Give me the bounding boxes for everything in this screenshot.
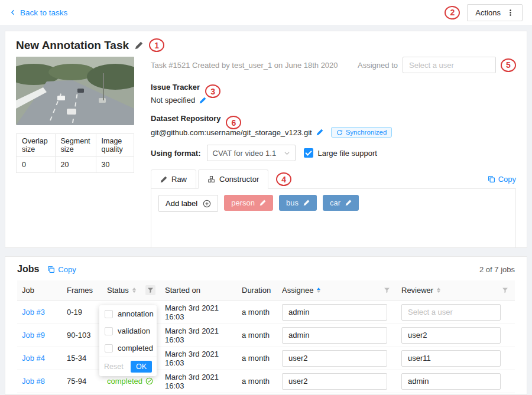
- assignee-input[interactable]: [282, 350, 387, 367]
- large-file-support-checkbox[interactable]: [304, 148, 313, 158]
- col-started-on: Started on: [160, 280, 237, 301]
- format-row: Using format: CVAT for video 1.1 Large f…: [151, 145, 516, 161]
- task-title-row: New Annotation Task 1: [16, 38, 516, 52]
- edit-repository-icon[interactable]: [316, 129, 323, 136]
- add-label-text: Add label: [166, 199, 197, 208]
- assignee-input[interactable]: [282, 373, 387, 390]
- job-link[interactable]: Job #3: [22, 308, 45, 316]
- edit-label-icon[interactable]: [259, 200, 266, 206]
- label-tag-person-name: person: [231, 198, 255, 207]
- reviewer-sorter[interactable]: [437, 288, 440, 293]
- col-duration: Duration: [237, 280, 277, 301]
- filter-option-completed-label: completed: [118, 344, 153, 352]
- jobs-count: 2 of 7 jobs: [479, 265, 515, 274]
- tab-constructor[interactable]: Constructor: [198, 169, 268, 189]
- col-reviewer: Reviewer: [397, 280, 515, 301]
- issue-tracker-section: Issue Tracker 3 Not specified: [151, 80, 516, 105]
- reviewer-filter-icon[interactable]: [500, 285, 510, 295]
- status-badge: completed: [107, 377, 153, 386]
- status-filter-icon[interactable]: [145, 285, 155, 295]
- annotation-circle-3: 3: [205, 84, 220, 98]
- filter-reset-button[interactable]: Reset: [104, 363, 124, 371]
- jobs-copy-label: Copy: [58, 265, 76, 274]
- task-parameters-table: Overlap size Segment size Image quality …: [16, 133, 134, 173]
- frames-cell: 90-103: [62, 324, 102, 347]
- label-constructor-panel: Add label person bus: [151, 188, 516, 248]
- label-tag-car-name: car: [330, 198, 340, 207]
- task-meta-text: Task #1521 Created by test_user_1 on Jun…: [151, 61, 338, 70]
- labels-copy-link[interactable]: Copy: [488, 175, 516, 184]
- assignee-input[interactable]: [282, 304, 387, 321]
- back-to-tasks-link[interactable]: Back to tasks: [9, 8, 67, 17]
- edit-task-name-icon[interactable]: [135, 41, 143, 50]
- param-header-segment: Segment size: [55, 134, 96, 157]
- frames-cell: 0-19: [62, 301, 102, 324]
- param-value-quality: 30: [96, 157, 134, 173]
- edit-label-icon[interactable]: [303, 200, 310, 206]
- job-link[interactable]: Job #4: [22, 354, 45, 363]
- param-value-segment: 20: [55, 157, 96, 173]
- add-label-button[interactable]: Add label: [158, 195, 218, 212]
- assignee-input[interactable]: [282, 327, 387, 344]
- label-tag-bus[interactable]: bus: [279, 195, 317, 211]
- tab-raw-label: Raw: [171, 175, 187, 184]
- assignee-filter-icon[interactable]: [382, 285, 392, 295]
- label-tag-person[interactable]: person: [224, 195, 273, 211]
- param-header-overlap: Overlap size: [17, 134, 56, 157]
- completed-checkbox[interactable]: [105, 344, 113, 352]
- page-title: New Annotation Task: [16, 39, 129, 52]
- jobs-table-header: Job Frames Status Started on Duration: [17, 280, 515, 301]
- parameters-value-row: 0 20 30: [17, 157, 134, 173]
- filter-option-validation-label: validation: [118, 327, 150, 335]
- duration-cell: a month: [237, 370, 277, 393]
- dataset-repository-heading-row: Dataset Repository 6: [151, 112, 516, 125]
- table-row: Job #4 15-34 March 3rd 2021 16:03 a mont…: [17, 347, 515, 370]
- jobs-card: Jobs Copy 2 of 7 jobs Job Frames Status: [5, 256, 527, 395]
- top-bar: Back to tasks 2 Actions: [0, 0, 532, 25]
- synchronized-label: Synchronized: [346, 129, 387, 136]
- issue-tracker-value: Not specified: [151, 96, 195, 105]
- task-body: Overlap size Segment size Image quality …: [16, 57, 516, 248]
- issue-tracker-value-row: Not specified: [151, 96, 516, 105]
- jobs-table: Job Frames Status Started on Duration: [17, 280, 515, 393]
- large-file-support-group: Large file support: [304, 148, 377, 158]
- table-row: Job #3 0-19 March 3rd 2021 16:03 a month: [17, 301, 515, 324]
- copy-icon: [47, 266, 55, 273]
- label-tag-car[interactable]: car: [323, 195, 359, 211]
- started-cell: March 3rd 2021 16:03: [160, 324, 237, 347]
- reviewer-input[interactable]: [401, 304, 501, 321]
- copy-icon: [488, 175, 495, 183]
- col-job: Job: [17, 280, 62, 301]
- col-frames: Frames: [62, 280, 102, 301]
- task-right-column: Task #1521 Created by test_user_1 on Jun…: [151, 57, 516, 248]
- validation-checkbox[interactable]: [105, 327, 113, 335]
- jobs-copy-link[interactable]: Copy: [47, 265, 76, 274]
- filter-ok-button[interactable]: OK: [131, 361, 152, 373]
- filter-option-annotation-label: annotation: [118, 309, 154, 318]
- dataset-repository-label: Dataset Repository: [151, 114, 220, 123]
- job-link[interactable]: Job #9: [22, 331, 45, 339]
- edit-label-icon[interactable]: [345, 200, 352, 206]
- task-assignee-input[interactable]: [403, 57, 496, 73]
- task-left-column: Overlap size Segment size Image quality …: [16, 57, 134, 248]
- annotation-checkbox[interactable]: [105, 310, 113, 318]
- annotation-circle-2: 2: [445, 6, 460, 19]
- filter-option-completed[interactable]: completed: [99, 339, 157, 357]
- col-assignee: Assignee: [277, 280, 397, 301]
- reviewer-input[interactable]: [401, 350, 501, 367]
- reviewer-input[interactable]: [401, 373, 501, 390]
- tab-raw[interactable]: Raw: [151, 169, 196, 189]
- actions-button[interactable]: Actions: [467, 4, 523, 21]
- started-cell: March 3rd 2021 16:03: [160, 301, 237, 324]
- job-link[interactable]: Job #8: [22, 377, 45, 386]
- filter-option-validation[interactable]: validation: [99, 322, 157, 339]
- assignee-sorter[interactable]: [317, 288, 320, 293]
- task-meta-row: Task #1521 Created by test_user_1 on Jun…: [151, 57, 516, 73]
- synchronized-badge[interactable]: Synchronized: [331, 127, 392, 138]
- format-select[interactable]: CVAT for video 1.1: [207, 145, 296, 161]
- edit-issue-tracker-icon[interactable]: [199, 97, 206, 104]
- filter-option-annotation[interactable]: annotation: [99, 305, 157, 322]
- status-sorter[interactable]: [132, 288, 136, 293]
- using-format-label: Using format:: [151, 149, 201, 158]
- reviewer-input[interactable]: [401, 327, 501, 344]
